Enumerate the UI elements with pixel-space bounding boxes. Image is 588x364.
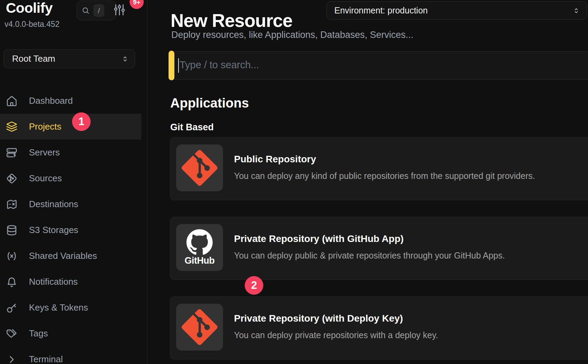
github-icon: GitHub <box>176 224 223 271</box>
card-public-repository[interactable]: Public Repository You can deploy any kin… <box>170 137 588 200</box>
card-description: You can deploy private repositories with… <box>234 330 438 340</box>
text-caret <box>178 58 179 73</box>
resource-search-placeholder: Type / to search... <box>180 59 259 71</box>
card-title: Private Repository (with GitHub App) <box>234 233 404 244</box>
page-subtitle: Deploy resources, like Applications, Dat… <box>171 30 413 40</box>
section-title-applications: Applications <box>170 96 249 111</box>
main-content: New Resource Deploy resources, like Appl… <box>0 0 588 364</box>
github-wordmark: GitHub <box>185 255 215 266</box>
step-marker-2: 2 <box>245 276 263 295</box>
environment-select[interactable]: Environment: production <box>326 1 587 20</box>
chevrons-up-down-icon <box>572 7 580 15</box>
card-title: Private Repository (with Deploy Key) <box>234 313 403 324</box>
search-focus-accent <box>169 51 174 80</box>
card-description: You can deploy public & private reposito… <box>234 251 505 261</box>
card-private-repository-with-deploy-key[interactable]: Private Repository (with Deploy Key) You… <box>170 296 588 360</box>
card-title: Public Repository <box>234 154 316 165</box>
environment-select-value: Environment: production <box>334 6 428 16</box>
step-marker-1: 1 <box>72 112 91 131</box>
group-title-git-based: Git Based <box>170 122 214 133</box>
git-icon <box>176 304 223 351</box>
git-icon <box>176 144 223 191</box>
card-description: You can deploy any kind of public reposi… <box>234 171 535 181</box>
card-private-repository-with-github-app[interactable]: GitHub Private Repository (with GitHub A… <box>170 217 588 280</box>
page-title: New Resource <box>171 10 292 31</box>
